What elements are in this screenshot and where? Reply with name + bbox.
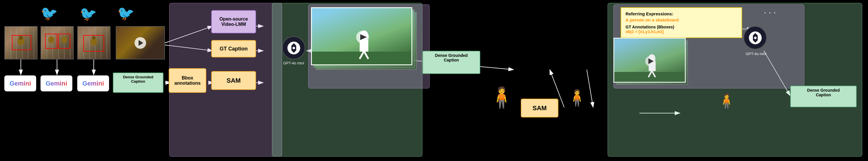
gemini-label-1: Gemini (9, 80, 31, 87)
svg-point-43 (92, 36, 95, 39)
dense-grounded-caption-1: Dense Grounded Caption (113, 73, 163, 93)
bird-cage-image-2 (40, 26, 74, 59)
svg-point-26 (19, 36, 23, 40)
person-silhouette-3: 🧍 (717, 93, 736, 110)
svg-point-44 (292, 47, 295, 49)
sam-box-1: SAM (211, 71, 256, 90)
diagram-container: 🐦 🐦 🐦 (0, 0, 868, 161)
bird-silhouette-1: 🐦 (40, 5, 58, 22)
bird-cage-image-1 (4, 26, 38, 59)
gt-annotations-value: obj1 = [x1,y1,h1,w1] (625, 29, 737, 34)
dense-grounded-caption-3: Dense GroundedCaption (790, 86, 857, 107)
svg-point-35 (61, 36, 67, 43)
bird-cage-image-3 (77, 26, 111, 59)
play-triangle-icon (138, 40, 143, 46)
gemini-label-2: Gemini (46, 80, 67, 87)
person-silhouette-1: 🧍 (489, 86, 514, 109)
referring-expressions-title: Referring Expressions: (625, 11, 737, 16)
svg-line-13 (587, 70, 593, 107)
gemini-box-2: Gemini (40, 75, 72, 91)
referring-expression-value: A person on a skateboard (625, 18, 737, 22)
svg-point-34 (48, 36, 54, 43)
gpt-logo-1 (282, 36, 305, 59)
video-frame (116, 26, 165, 59)
bird-silhouette-3: 🐦 (117, 5, 134, 22)
gemini-box-3: Gemini (77, 75, 109, 91)
play-button[interactable] (134, 37, 146, 49)
dense-grounded-caption-2: Dense GroundedCaption (423, 51, 480, 74)
gpt-label-2: GPT-4o mini (739, 52, 773, 56)
gt-annotations-title: GT Annotations (Bboxes) (625, 25, 737, 29)
open-source-video-lmm-box: Open-source Video-LMM (211, 10, 256, 33)
gpt-label-1: GPT-4o mini (278, 61, 310, 65)
gemini-box-1: Gemini (4, 75, 36, 91)
annotation-box: Referring Expressions: A person on a ska… (621, 7, 742, 38)
gemini-label-3: Gemini (83, 80, 104, 87)
gt-caption-box: GT Caption (211, 40, 256, 57)
small-dots-top-right: · · · (764, 7, 776, 17)
gpt-logo-2 (744, 26, 767, 49)
bird-silhouette-2: 🐦 (80, 6, 97, 22)
bbox-annotations-box: Bbox annotations (169, 68, 206, 93)
svg-point-59 (754, 36, 756, 39)
person-silhouette-2: 🧍 (567, 88, 587, 107)
sam-box-2: SAM (521, 99, 558, 117)
